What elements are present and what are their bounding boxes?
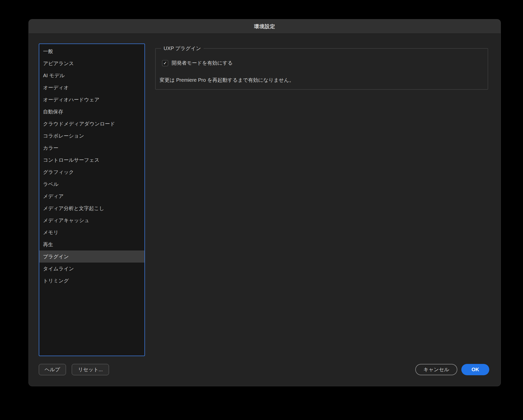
developer-mode-row: ✓ 開発者モードを有効にする [162,60,233,66]
sidebar-item[interactable]: メディアキャッシュ [39,214,144,226]
sidebar-item[interactable]: 一般 [39,45,144,57]
checkmark-icon: ✓ [163,61,167,65]
uxp-plugin-groupbox: UXP プラグイン ✓ 開発者モードを有効にする 変更は Premiere Pr… [155,48,488,90]
sidebar-item[interactable]: オーディオハードウェア [39,94,144,106]
sidebar-item[interactable]: タイムライン [39,263,144,275]
cancel-button[interactable]: キャンセル [415,364,457,375]
sidebar-item[interactable]: トリミング [39,275,144,287]
dialog-titlebar[interactable]: 環境設定 [29,19,501,34]
developer-mode-label[interactable]: 開発者モードを有効にする [172,60,233,66]
sidebar-item[interactable]: メディア分析と文字起こし [39,202,144,214]
sidebar-item[interactable]: コラボレーション [39,130,144,142]
sidebar-item[interactable]: 自動保存 [39,106,144,118]
dialog-title: 環境設定 [254,23,275,30]
sidebar-item[interactable]: クラウドメディアダウンロード [39,118,144,130]
ok-button[interactable]: OK [461,364,489,375]
desktop-background: 環境設定 一般アピアランスAI モデルオーディオオーディオハードウェア自動保存ク… [0,0,523,420]
sidebar-item[interactable]: カラー [39,142,144,154]
sidebar-item[interactable]: AI モデル [39,69,144,81]
reset-button[interactable]: リセット... [72,364,109,375]
restart-note: 変更は Premiere Pro を再起動するまで有効になりません。 [160,77,294,83]
sidebar-item[interactable]: メディア [39,190,144,202]
sidebar-item[interactable]: ラベル [39,178,144,190]
preferences-category-list[interactable]: 一般アピアランスAI モデルオーディオオーディオハードウェア自動保存クラウドメデ… [39,44,145,356]
sidebar-item[interactable]: グラフィック [39,166,144,178]
sidebar-item[interactable]: オーディオ [39,81,144,94]
developer-mode-checkbox[interactable]: ✓ [162,60,168,66]
sidebar-item[interactable]: メモリ [39,226,144,238]
sidebar-item[interactable]: アピアランス [39,57,144,69]
preferences-dialog: 環境設定 一般アピアランスAI モデルオーディオオーディオハードウェア自動保存ク… [28,19,501,386]
groupbox-legend: UXP プラグイン [161,45,204,52]
sidebar-item[interactable]: 再生 [39,238,144,250]
sidebar-item[interactable]: コントロールサーフェス [39,154,144,166]
help-button[interactable]: ヘルプ [39,364,66,375]
sidebar-item[interactable]: プラグイン [39,250,144,263]
